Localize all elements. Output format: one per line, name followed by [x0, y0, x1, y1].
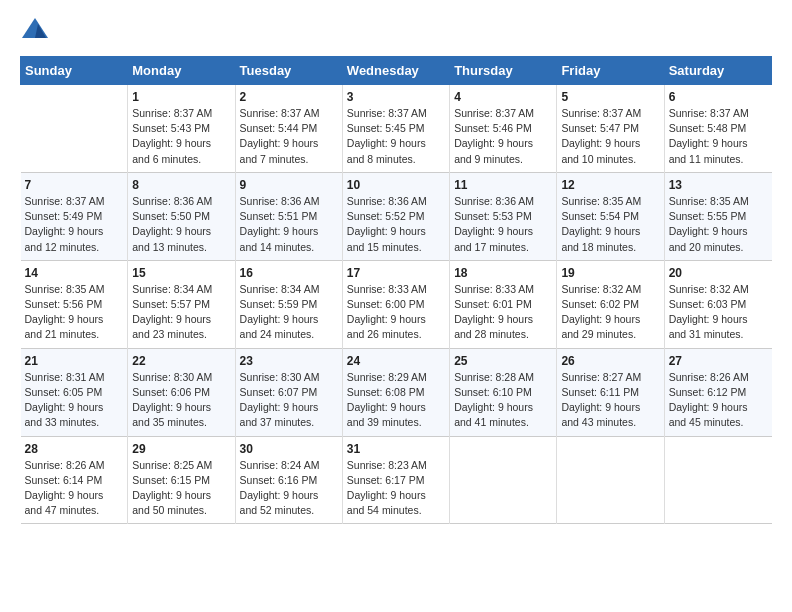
day-number: 20 — [669, 266, 768, 280]
calendar-cell: 13Sunrise: 8:35 AMSunset: 5:55 PMDayligh… — [664, 172, 771, 260]
week-row-4: 21Sunrise: 8:31 AMSunset: 6:05 PMDayligh… — [21, 348, 772, 436]
calendar-cell — [557, 436, 664, 524]
cell-info: Sunrise: 8:37 AMSunset: 5:46 PMDaylight:… — [454, 106, 552, 167]
header-cell-thursday: Thursday — [450, 57, 557, 85]
cell-info: Sunrise: 8:32 AMSunset: 6:03 PMDaylight:… — [669, 282, 768, 343]
calendar-cell: 21Sunrise: 8:31 AMSunset: 6:05 PMDayligh… — [21, 348, 128, 436]
calendar-cell: 6Sunrise: 8:37 AMSunset: 5:48 PMDaylight… — [664, 85, 771, 173]
cell-info: Sunrise: 8:36 AMSunset: 5:51 PMDaylight:… — [240, 194, 338, 255]
page-container: SundayMondayTuesdayWednesdayThursdayFrid… — [0, 0, 792, 534]
cell-info: Sunrise: 8:34 AMSunset: 5:57 PMDaylight:… — [132, 282, 230, 343]
header-cell-friday: Friday — [557, 57, 664, 85]
calendar-cell: 31Sunrise: 8:23 AMSunset: 6:17 PMDayligh… — [342, 436, 449, 524]
calendar-cell: 23Sunrise: 8:30 AMSunset: 6:07 PMDayligh… — [235, 348, 342, 436]
cell-info: Sunrise: 8:37 AMSunset: 5:48 PMDaylight:… — [669, 106, 768, 167]
day-number: 31 — [347, 442, 445, 456]
calendar-cell: 9Sunrise: 8:36 AMSunset: 5:51 PMDaylight… — [235, 172, 342, 260]
header-row: SundayMondayTuesdayWednesdayThursdayFrid… — [21, 57, 772, 85]
cell-info: Sunrise: 8:36 AMSunset: 5:53 PMDaylight:… — [454, 194, 552, 255]
day-number: 27 — [669, 354, 768, 368]
calendar-cell: 7Sunrise: 8:37 AMSunset: 5:49 PMDaylight… — [21, 172, 128, 260]
day-number: 9 — [240, 178, 338, 192]
calendar-cell: 28Sunrise: 8:26 AMSunset: 6:14 PMDayligh… — [21, 436, 128, 524]
calendar-cell: 15Sunrise: 8:34 AMSunset: 5:57 PMDayligh… — [128, 260, 235, 348]
week-row-1: 1Sunrise: 8:37 AMSunset: 5:43 PMDaylight… — [21, 85, 772, 173]
day-number: 6 — [669, 90, 768, 104]
day-number: 25 — [454, 354, 552, 368]
cell-info: Sunrise: 8:36 AMSunset: 5:52 PMDaylight:… — [347, 194, 445, 255]
calendar-cell: 22Sunrise: 8:30 AMSunset: 6:06 PMDayligh… — [128, 348, 235, 436]
day-number: 24 — [347, 354, 445, 368]
cell-info: Sunrise: 8:37 AMSunset: 5:44 PMDaylight:… — [240, 106, 338, 167]
week-row-2: 7Sunrise: 8:37 AMSunset: 5:49 PMDaylight… — [21, 172, 772, 260]
calendar-cell: 4Sunrise: 8:37 AMSunset: 5:46 PMDaylight… — [450, 85, 557, 173]
logo — [20, 16, 52, 44]
cell-info: Sunrise: 8:30 AMSunset: 6:06 PMDaylight:… — [132, 370, 230, 431]
day-number: 26 — [561, 354, 659, 368]
cell-info: Sunrise: 8:26 AMSunset: 6:12 PMDaylight:… — [669, 370, 768, 431]
cell-info: Sunrise: 8:23 AMSunset: 6:17 PMDaylight:… — [347, 458, 445, 519]
logo-icon — [20, 16, 50, 44]
day-number: 23 — [240, 354, 338, 368]
calendar-cell: 8Sunrise: 8:36 AMSunset: 5:50 PMDaylight… — [128, 172, 235, 260]
cell-info: Sunrise: 8:26 AMSunset: 6:14 PMDaylight:… — [25, 458, 124, 519]
calendar-cell: 1Sunrise: 8:37 AMSunset: 5:43 PMDaylight… — [128, 85, 235, 173]
day-number: 1 — [132, 90, 230, 104]
page-header — [20, 16, 772, 44]
day-number: 7 — [25, 178, 124, 192]
day-number: 10 — [347, 178, 445, 192]
cell-info: Sunrise: 8:30 AMSunset: 6:07 PMDaylight:… — [240, 370, 338, 431]
cell-info: Sunrise: 8:29 AMSunset: 6:08 PMDaylight:… — [347, 370, 445, 431]
day-number: 16 — [240, 266, 338, 280]
calendar-cell: 26Sunrise: 8:27 AMSunset: 6:11 PMDayligh… — [557, 348, 664, 436]
day-number: 5 — [561, 90, 659, 104]
header-cell-wednesday: Wednesday — [342, 57, 449, 85]
day-number: 29 — [132, 442, 230, 456]
cell-info: Sunrise: 8:37 AMSunset: 5:43 PMDaylight:… — [132, 106, 230, 167]
header-cell-tuesday: Tuesday — [235, 57, 342, 85]
day-number: 4 — [454, 90, 552, 104]
header-cell-sunday: Sunday — [21, 57, 128, 85]
header-cell-saturday: Saturday — [664, 57, 771, 85]
calendar-cell: 16Sunrise: 8:34 AMSunset: 5:59 PMDayligh… — [235, 260, 342, 348]
day-number: 14 — [25, 266, 124, 280]
day-number: 21 — [25, 354, 124, 368]
calendar-cell: 2Sunrise: 8:37 AMSunset: 5:44 PMDaylight… — [235, 85, 342, 173]
cell-info: Sunrise: 8:31 AMSunset: 6:05 PMDaylight:… — [25, 370, 124, 431]
cell-info: Sunrise: 8:37 AMSunset: 5:45 PMDaylight:… — [347, 106, 445, 167]
calendar-cell: 24Sunrise: 8:29 AMSunset: 6:08 PMDayligh… — [342, 348, 449, 436]
calendar-table: SundayMondayTuesdayWednesdayThursdayFrid… — [20, 56, 772, 524]
calendar-cell — [450, 436, 557, 524]
day-number: 13 — [669, 178, 768, 192]
day-number: 12 — [561, 178, 659, 192]
cell-info: Sunrise: 8:35 AMSunset: 5:55 PMDaylight:… — [669, 194, 768, 255]
calendar-cell: 27Sunrise: 8:26 AMSunset: 6:12 PMDayligh… — [664, 348, 771, 436]
week-row-3: 14Sunrise: 8:35 AMSunset: 5:56 PMDayligh… — [21, 260, 772, 348]
cell-info: Sunrise: 8:28 AMSunset: 6:10 PMDaylight:… — [454, 370, 552, 431]
week-row-5: 28Sunrise: 8:26 AMSunset: 6:14 PMDayligh… — [21, 436, 772, 524]
day-number: 11 — [454, 178, 552, 192]
calendar-cell — [21, 85, 128, 173]
calendar-cell: 3Sunrise: 8:37 AMSunset: 5:45 PMDaylight… — [342, 85, 449, 173]
cell-info: Sunrise: 8:33 AMSunset: 6:00 PMDaylight:… — [347, 282, 445, 343]
calendar-cell: 11Sunrise: 8:36 AMSunset: 5:53 PMDayligh… — [450, 172, 557, 260]
cell-info: Sunrise: 8:34 AMSunset: 5:59 PMDaylight:… — [240, 282, 338, 343]
day-number: 30 — [240, 442, 338, 456]
cell-info: Sunrise: 8:32 AMSunset: 6:02 PMDaylight:… — [561, 282, 659, 343]
cell-info: Sunrise: 8:25 AMSunset: 6:15 PMDaylight:… — [132, 458, 230, 519]
calendar-cell: 30Sunrise: 8:24 AMSunset: 6:16 PMDayligh… — [235, 436, 342, 524]
calendar-cell: 14Sunrise: 8:35 AMSunset: 5:56 PMDayligh… — [21, 260, 128, 348]
day-number: 3 — [347, 90, 445, 104]
cell-info: Sunrise: 8:24 AMSunset: 6:16 PMDaylight:… — [240, 458, 338, 519]
calendar-cell: 12Sunrise: 8:35 AMSunset: 5:54 PMDayligh… — [557, 172, 664, 260]
cell-info: Sunrise: 8:37 AMSunset: 5:49 PMDaylight:… — [25, 194, 124, 255]
cell-info: Sunrise: 8:27 AMSunset: 6:11 PMDaylight:… — [561, 370, 659, 431]
calendar-cell: 17Sunrise: 8:33 AMSunset: 6:00 PMDayligh… — [342, 260, 449, 348]
day-number: 28 — [25, 442, 124, 456]
cell-info: Sunrise: 8:37 AMSunset: 5:47 PMDaylight:… — [561, 106, 659, 167]
calendar-cell: 10Sunrise: 8:36 AMSunset: 5:52 PMDayligh… — [342, 172, 449, 260]
calendar-cell: 29Sunrise: 8:25 AMSunset: 6:15 PMDayligh… — [128, 436, 235, 524]
day-number: 15 — [132, 266, 230, 280]
day-number: 19 — [561, 266, 659, 280]
calendar-cell: 25Sunrise: 8:28 AMSunset: 6:10 PMDayligh… — [450, 348, 557, 436]
